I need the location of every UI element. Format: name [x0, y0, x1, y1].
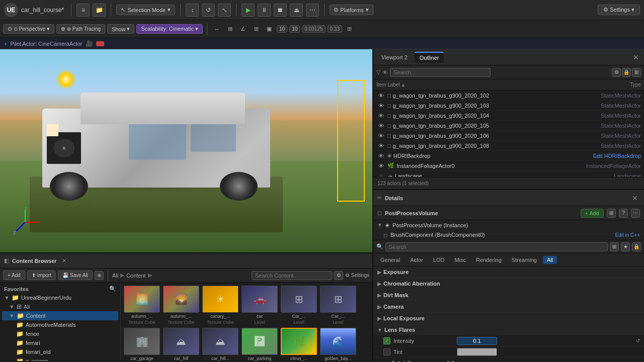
tint-checkbox[interactable]	[383, 348, 390, 355]
tab-lod[interactable]: LOD	[429, 256, 449, 264]
settings-btn[interactable]: ⚙ Settings ▾	[598, 5, 640, 15]
tab-misc[interactable]: Misc	[450, 256, 470, 264]
section-dirtmask-header[interactable]: ▶ Dirt Mask	[373, 290, 644, 301]
details-lock2-icon[interactable]: 🔒	[632, 242, 641, 251]
vis-icon-1[interactable]: 👁	[376, 101, 385, 110]
section-exposure-header[interactable]: ▶ Exposure	[373, 266, 644, 278]
cb-import-btn[interactable]: ⬆ Import	[27, 270, 56, 280]
tree-ferrari[interactable]: 📁 ferrari	[2, 338, 118, 347]
tab-viewport2[interactable]: Viewport 2	[376, 52, 413, 62]
details-view-btn[interactable]: ⊞	[607, 209, 616, 218]
outliner-close-btn[interactable]: ✕	[631, 53, 641, 61]
grid-btn[interactable]: ⊞	[251, 24, 262, 35]
transform-btn[interactable]: ↕	[186, 4, 199, 17]
record-btn[interactable]	[96, 41, 104, 46]
tab-actor[interactable]: Actor	[406, 256, 427, 264]
camera-speed-btn[interactable]: ▣	[264, 24, 275, 35]
component-instance-row[interactable]: ▼ ◈ PostProcessVolume (Instance)	[373, 220, 644, 230]
tab-general[interactable]: General	[376, 256, 404, 264]
perspective-btn[interactable]: ⊙ ⊙ Perspective ▾	[3, 24, 54, 34]
play-btn[interactable]: ▶	[242, 4, 255, 17]
tree-fence[interactable]: 📁 fence	[2, 329, 118, 338]
new-btn[interactable]: ≡	[76, 4, 90, 17]
vis-icon-4[interactable]: 👁	[376, 131, 385, 140]
details-close-btn[interactable]: ✕	[630, 194, 640, 202]
tab-all[interactable]: All	[543, 256, 557, 264]
asset-car2[interactable]: ⊞ Car_... Level	[281, 286, 317, 325]
snap-btn[interactable]: ⊞	[224, 24, 235, 35]
outliner-row-5[interactable]: 👁 □ g_wagon_tgn_brabus_g900_2020_108 Sta…	[373, 141, 644, 151]
vis-icon-6[interactable]: 👁	[376, 151, 385, 160]
section-local-exposure-header[interactable]: ▶ Local Exposure	[373, 313, 644, 324]
fov-val[interactable]: 0.33	[328, 25, 342, 33]
tree-automotive[interactable]: 📁 AutomotiveMaterials	[2, 320, 118, 329]
asset-car-hill2[interactable]: ⛰ car_hill... Level	[202, 328, 238, 361]
tree-all[interactable]: ▼ ⊞ All	[2, 302, 118, 311]
asset-canary[interactable]: ☀ canary_... Texture Cube	[202, 286, 238, 325]
intensity-reset-icon[interactable]: ↺	[636, 338, 640, 343]
cb-settings-label[interactable]: ⚙ Settings	[345, 273, 369, 278]
tab-rendering[interactable]: Rendering	[472, 256, 506, 264]
details-add-btn[interactable]: + Add	[581, 209, 604, 218]
vis-icon-3[interactable]: 👁	[376, 121, 385, 130]
outliner-view-icon[interactable]: 👁	[382, 69, 388, 75]
favorites-search-icon[interactable]: 🔍	[109, 286, 116, 292]
tree-ferrari-old[interactable]: 📁 ferrari_old	[2, 347, 118, 356]
cb-settings-btn[interactable]: ⚙	[334, 271, 343, 280]
platforms-btn[interactable]: ⧉ Platforms ▾	[330, 5, 373, 15]
intensity-input[interactable]	[457, 337, 497, 345]
cb-save-all-btn[interactable]: 💾 Save All	[58, 270, 93, 280]
outliner-grid-icon[interactable]: ⊞	[632, 68, 641, 77]
scalability-btn[interactable]: Scalability: Cinematic ▾	[136, 24, 203, 34]
path-tracing-btn[interactable]: ⊕ ⊕ Path Tracing	[56, 24, 105, 34]
outliner-row-6[interactable]: 👁 ◈ HDRIBackdrop Edit HDRIBackdrop	[373, 151, 644, 161]
outliner-row-1[interactable]: 👁 □ g_wagon_tgn_brabus_g900_2020_103 Sta…	[373, 101, 644, 111]
vis-icon-7[interactable]: 👁	[376, 161, 385, 170]
outliner-row-0[interactable]: 👁 □ g_wagon_tgn_brabus_g900_2020_102 Sta…	[373, 90, 644, 101]
tab-outliner[interactable]: Outliner	[415, 52, 444, 63]
details-help-btn[interactable]: ?	[619, 209, 628, 218]
grid-toggle-btn[interactable]: ⊞	[344, 24, 355, 35]
details-more-btn[interactable]: ⋯	[631, 209, 640, 218]
tree-root[interactable]: ▼ 📁 UnrealBeginnerUrdu	[2, 293, 118, 302]
asset-autumn2[interactable]: 🌄 autumn_... Texture Cube	[163, 286, 199, 325]
camera-speed-val[interactable]: 0.03125	[302, 25, 325, 33]
asset-car3[interactable]: ⊞ Car_... Level	[320, 286, 356, 325]
details-search-input[interactable]	[385, 242, 608, 251]
vis-icon-0[interactable]: 👁	[376, 91, 385, 100]
outliner-search-input[interactable]	[390, 68, 491, 77]
cb-options-btn[interactable]: ⊕	[95, 271, 104, 280]
details-grid-icon[interactable]: ⊞	[610, 242, 619, 251]
breadcrumb-all[interactable]: All	[112, 273, 118, 279]
translate-icon-btn[interactable]: ↔	[211, 24, 222, 35]
vis-icon-5[interactable]: 👁	[376, 141, 385, 150]
outliner-row-3[interactable]: 👁 □ g_wagon_tgn_brabus_g900_2020_105 Sta…	[373, 121, 644, 131]
selection-mode-btn[interactable]: ↖ Selection Mode ▾	[116, 5, 175, 15]
breadcrumb-content[interactable]: Content	[126, 273, 146, 279]
edit-cpp-link[interactable]: Edit in C++	[615, 232, 640, 238]
section-lens-flares-header[interactable]: ▼ Lens Flares	[373, 324, 644, 335]
scale-btn[interactable]: ⤡	[218, 4, 231, 17]
details-star-icon[interactable]: ★	[621, 242, 630, 251]
intensity-checkbox[interactable]	[383, 337, 390, 344]
show-btn[interactable]: Show ▾	[107, 24, 135, 34]
outliner-lock-icon[interactable]: 🔒	[622, 68, 631, 77]
tint-color-swatch[interactable]	[457, 348, 497, 356]
pause-btn[interactable]: ⏸	[258, 4, 271, 17]
angle-snap-btn[interactable]: ∠	[237, 24, 249, 35]
asset-car-garage[interactable]: 🏢 car_garage Level	[124, 328, 160, 361]
asset-car[interactable]: 🚗 car Level	[242, 286, 278, 325]
tree-content[interactable]: ▼ 📁 Content	[2, 311, 118, 320]
outliner-row-2[interactable]: 👁 □ g_wagon_tgn_brabus_g900_2020_104 Sta…	[373, 111, 644, 121]
outliner-row-4[interactable]: 👁 □ g_wagon_tgn_brabus_g900_2020_106 Sta…	[373, 131, 644, 141]
grid-size-control[interactable]: 10	[277, 25, 287, 33]
tree-gwagon[interactable]: 📁 g_wagon	[2, 356, 118, 361]
cb-add-btn[interactable]: + Add	[3, 270, 25, 280]
eject-btn[interactable]: ⏏	[290, 4, 303, 17]
asset-golden-bay[interactable]: 🌊 golden_bay... Texture Cube	[320, 328, 356, 361]
viewport[interactable]: B	[0, 49, 372, 252]
outliner-settings-icon[interactable]: ⚙	[612, 68, 621, 77]
more-options-btn[interactable]: ⋯	[306, 4, 319, 17]
component-brush-row[interactable]: ◻ BrushComponent (BrushComponent0) Edit …	[373, 230, 644, 240]
tab-streaming[interactable]: Streaming	[508, 256, 541, 264]
